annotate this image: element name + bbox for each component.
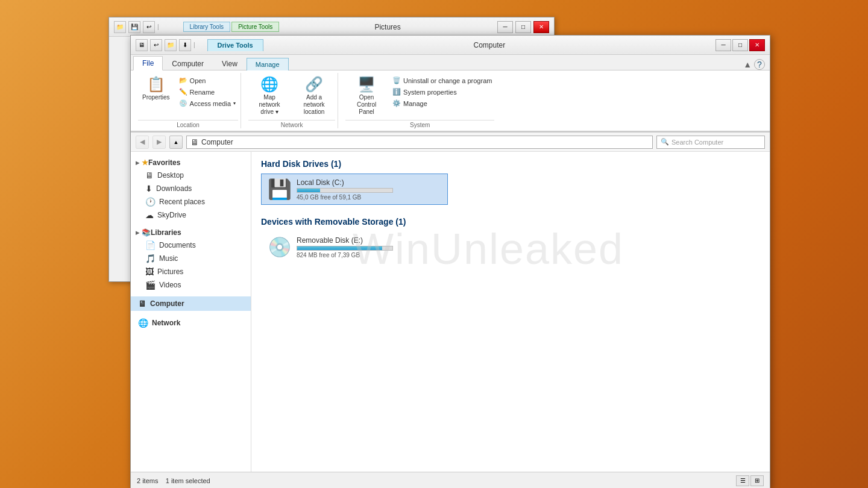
sidebar-item-music[interactable]: 🎵 Music — [131, 252, 251, 265]
btn-control-panel[interactable]: 🖥️ Open ControlPanel — [345, 73, 388, 119]
qa-new[interactable]: 📁 — [165, 39, 177, 51]
pictures-titlebar: 📁 💾 ↩ | Library Tools Picture Tools Pict… — [109, 17, 554, 37]
favorites-star-icon: ★ — [142, 158, 148, 167]
pictures-close[interactable]: ✕ — [533, 21, 549, 33]
drive-c[interactable]: 💾 Local Disk (C:) 45,0 GB free of 59,1 G… — [261, 174, 448, 205]
pictures-minimize[interactable]: ─ — [497, 21, 513, 33]
removable-header: Devices with Removable Storage (1) — [261, 217, 760, 227]
sidebar: ▶ ★ Favorites 🖥 Desktop ⬇ Downloads 🕐 Re… — [131, 152, 251, 472]
tab-manage[interactable]: Manage — [247, 58, 289, 70]
desktop-icon: 🖥 — [145, 170, 154, 180]
pictures-maximize[interactable]: □ — [515, 21, 531, 33]
sidebar-libraries-header[interactable]: ▶ 📚 Libraries — [131, 227, 251, 239]
computer-quickaccess: 🖥 ↩ 📁 ⬇ | — [136, 39, 195, 51]
system-props-icon: ℹ️ — [392, 88, 401, 96]
btn-open[interactable]: 📂 Open — [177, 75, 238, 86]
removable-grid: 💿 Removable Disk (E:) 824 MB free of 7,3… — [261, 231, 760, 263]
search-bar[interactable]: 🔍 Search Computer — [656, 136, 765, 149]
qa-back[interactable]: ↩ — [150, 39, 162, 51]
drive-e-bar-fill — [297, 246, 382, 250]
address-bar[interactable]: 🖥 Computer — [186, 136, 653, 149]
status-views: ☰ ⊞ — [736, 475, 764, 486]
btn-manage[interactable]: ⚙️ Manage — [390, 98, 494, 108]
computer-close[interactable]: ✕ — [749, 39, 765, 51]
videos-label: Videos — [159, 281, 181, 289]
main-content: Hard Disk Drives (1) 💾 Local Disk (C:) 4… — [251, 152, 770, 472]
sidebar-network[interactable]: 🌐 Network — [131, 316, 251, 330]
qa-icon[interactable]: 🖥 — [136, 39, 148, 51]
drive-tools-tab[interactable]: Drive Tools — [207, 39, 263, 51]
libraries-arrow: ▶ — [136, 230, 139, 236]
search-placeholder: Search Computer — [671, 139, 723, 146]
sidebar-item-documents[interactable]: 📄 Documents — [131, 239, 251, 252]
sidebar-item-pictures[interactable]: 🖼 Pictures — [131, 265, 251, 278]
tab-computer[interactable]: Computer — [163, 57, 213, 70]
sidebar-item-videos[interactable]: 🎬 Videos — [131, 278, 251, 292]
access-media-dropdown[interactable]: ▾ — [233, 101, 236, 106]
control-panel-icon: 🖥️ — [357, 76, 376, 93]
btn-map-network[interactable]: 🌐 Map networkdrive ▾ — [248, 73, 291, 119]
manage-icon: ⚙️ — [392, 99, 401, 107]
up-btn[interactable]: ▲ — [169, 136, 183, 149]
desktop-label: Desktop — [157, 171, 184, 180]
hard-disk-header: Hard Disk Drives (1) — [261, 159, 760, 169]
btn-access-media[interactable]: 💿 Access media ▾ — [177, 98, 238, 108]
drive-e-bar-bg — [297, 246, 393, 251]
map-network-dropdown[interactable]: ▾ — [275, 108, 278, 115]
qa-btn1[interactable]: 📁 — [114, 21, 126, 33]
documents-icon: 📄 — [145, 240, 156, 250]
help-btn[interactable]: ? — [754, 59, 765, 70]
btn-properties[interactable]: 📋 Properties — [138, 73, 174, 104]
computer-maximize[interactable]: □ — [732, 39, 748, 51]
ribbon-collapse-btn[interactable]: ▲ — [743, 60, 752, 69]
forward-btn[interactable]: ▶ — [153, 136, 166, 149]
add-network-icon: 🔗 — [305, 76, 323, 93]
picture-tools-tab[interactable]: Picture Tools — [231, 22, 279, 32]
qa-btn2[interactable]: 💾 — [128, 21, 140, 33]
sidebar-item-skydrive[interactable]: ☁ SkyDrive — [131, 208, 251, 222]
map-network-icon: 🌐 — [260, 76, 278, 93]
btn-uninstall[interactable]: 🗑️ Uninstall or change a program — [390, 75, 494, 86]
pictures-label: Pictures — [157, 267, 183, 276]
search-icon: 🔍 — [661, 138, 669, 146]
sidebar-computer[interactable]: 🖥 Computer — [131, 296, 251, 311]
ribbon-group-system: 🖥️ Open ControlPanel 🗑️ Uninstall or cha… — [343, 73, 497, 128]
sidebar-favorites-header[interactable]: ▶ ★ Favorites — [131, 157, 251, 169]
btn-rename[interactable]: ✏️ Rename — [177, 87, 238, 97]
qa-btn3[interactable]: ↩ — [143, 21, 155, 33]
music-label: Music — [159, 254, 178, 263]
back-btn[interactable]: ◀ — [136, 136, 149, 149]
view-tiles-btn[interactable]: ⊞ — [750, 475, 764, 486]
drives-grid: 💾 Local Disk (C:) 45,0 GB free of 59,1 G… — [261, 174, 760, 205]
drive-c-bar-fill — [297, 189, 320, 192]
recent-label: Recent places — [159, 198, 205, 206]
drive-e-info: Removable Disk (E:) 824 MB free of 7,39 … — [297, 236, 441, 258]
btn-add-network[interactable]: 🔗 Add a networklocation — [293, 73, 335, 119]
sidebar-item-recent[interactable]: 🕐 Recent places — [131, 195, 251, 208]
skydrive-icon: ☁ — [145, 210, 154, 220]
documents-label: Documents — [159, 241, 196, 249]
computer-minimize[interactable]: ─ — [715, 39, 731, 51]
library-tools-tab[interactable]: Library Tools — [183, 22, 231, 32]
tab-file[interactable]: File — [133, 56, 163, 70]
computer-nav-label: Computer — [150, 299, 184, 308]
rename-icon: ✏️ — [179, 88, 187, 96]
btn-system-props[interactable]: ℹ️ System properties — [390, 87, 494, 97]
sidebar-sep1 — [131, 222, 251, 227]
drive-e[interactable]: 💿 Removable Disk (E:) 824 MB free of 7,3… — [261, 231, 448, 263]
sidebar-sep3 — [131, 311, 251, 316]
ribbon-group-network: 🌐 Map networkdrive ▾ 🔗 Add a networkloca… — [246, 73, 338, 128]
sidebar-item-downloads[interactable]: ⬇ Downloads — [131, 182, 251, 195]
tab-view[interactable]: View — [213, 57, 247, 70]
drive-c-info: Local Disk (C:) 45,0 GB free of 59,1 GB — [297, 178, 441, 201]
ribbon-group-location: 📋 Properties 📂 Open ✏️ Rename — [136, 73, 241, 128]
computer-titlebar: 🖥 ↩ 📁 ⬇ | Drive Tools Computer ─ □ ✕ — [131, 36, 770, 55]
qa-props[interactable]: ⬇ — [179, 39, 191, 51]
pictures-toolbar: 📁 💾 ↩ | — [114, 21, 159, 33]
downloads-icon: ⬇ — [145, 184, 153, 193]
drive-c-free: 45,0 GB free of 59,1 GB — [297, 194, 441, 201]
sidebar-item-desktop[interactable]: 🖥 Desktop — [131, 169, 251, 182]
view-list-btn[interactable]: ☰ — [736, 475, 749, 486]
skydrive-label: SkyDrive — [157, 211, 186, 219]
network-nav-icon: 🌐 — [138, 318, 148, 328]
